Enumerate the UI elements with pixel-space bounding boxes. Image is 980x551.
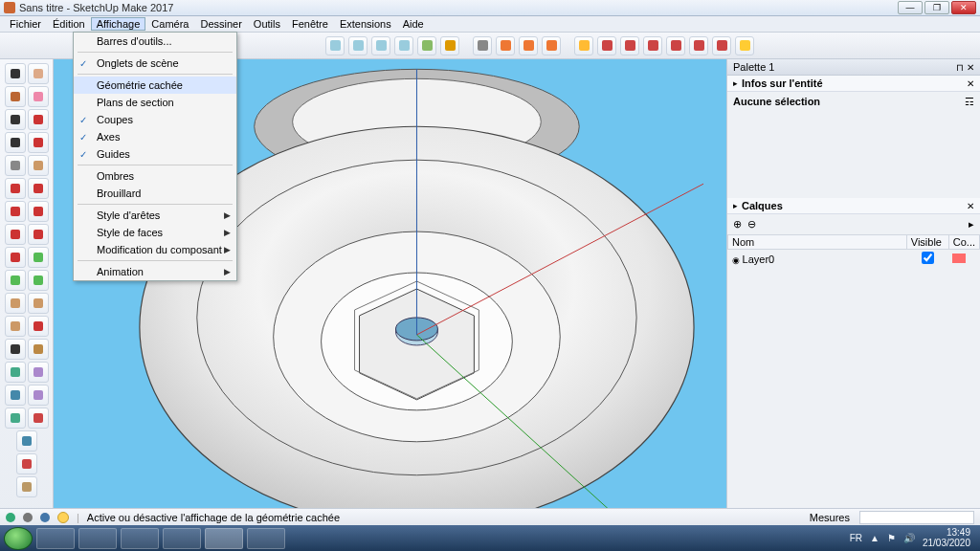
tool-14-1[interactable] xyxy=(28,385,49,406)
tool-17-0[interactable] xyxy=(16,453,37,474)
col-name[interactable]: Nom xyxy=(728,235,907,250)
task-firefox[interactable] xyxy=(163,528,201,549)
sun-button[interactable] xyxy=(712,36,731,55)
menu-item-style-de-faces[interactable]: Style de faces▶ xyxy=(74,224,236,241)
menu-item-style-d-ar-tes[interactable]: Style d'arêtes▶ xyxy=(74,207,236,224)
tool-0-1[interactable] xyxy=(28,63,49,84)
task-sketchup[interactable] xyxy=(205,528,243,549)
tool-9-1[interactable] xyxy=(28,270,49,291)
tool-15-0[interactable] xyxy=(5,408,26,429)
tool-16-0[interactable] xyxy=(16,430,37,452)
measures-input[interactable] xyxy=(859,511,974,524)
menu-item-ombres[interactable]: Ombres xyxy=(74,167,236,185)
tool-2-0[interactable] xyxy=(5,109,26,130)
tool-6-0[interactable] xyxy=(5,201,26,222)
tool-1-1[interactable] xyxy=(28,86,49,107)
warn-button[interactable] xyxy=(542,36,561,55)
layers-menu-button[interactable]: ▸ xyxy=(969,218,974,231)
menu-item-brouillard[interactable]: Brouillard xyxy=(74,185,236,202)
tool-9-0[interactable] xyxy=(5,270,26,291)
move-button[interactable] xyxy=(574,36,593,55)
gears-button[interactable] xyxy=(735,36,754,55)
start-button[interactable] xyxy=(4,527,33,550)
cube2-button[interactable] xyxy=(348,36,368,55)
brush-button[interactable] xyxy=(417,36,436,55)
tool-8-0[interactable] xyxy=(5,247,26,268)
tool-14-0[interactable] xyxy=(5,385,26,406)
palette-pin-icon[interactable]: ⊓ ✕ xyxy=(956,62,974,73)
menu-item-coupes[interactable]: ✓Coupes xyxy=(74,111,236,128)
add-layer-button[interactable]: ⊕ xyxy=(733,218,742,231)
layers-header[interactable]: ▸ Calques ✕ xyxy=(727,198,980,214)
minimize-button[interactable]: — xyxy=(898,1,923,14)
palette-button[interactable] xyxy=(440,36,459,55)
tool-18-0[interactable] xyxy=(16,476,37,497)
menu-item-animation[interactable]: Animation▶ xyxy=(74,263,236,280)
tool-4-1[interactable] xyxy=(28,155,49,176)
menu-outils[interactable]: Outils xyxy=(248,17,286,31)
menu-dessiner[interactable]: Dessiner xyxy=(194,17,247,31)
tool-15-1[interactable] xyxy=(28,408,49,429)
menu-item-plans-de-section[interactable]: Plans de section xyxy=(74,94,236,111)
scale-button[interactable] xyxy=(620,36,639,55)
tool-13-0[interactable] xyxy=(5,362,26,383)
tool-4-0[interactable] xyxy=(5,155,26,176)
tool-2-1[interactable] xyxy=(28,109,49,130)
tool-10-0[interactable] xyxy=(5,293,26,314)
menu-item-modification-du-composant[interactable]: Modification du composant▶ xyxy=(74,241,236,258)
tool-11-0[interactable] xyxy=(5,316,26,337)
tool-12-0[interactable] xyxy=(5,339,26,360)
maximize-button[interactable]: ❐ xyxy=(924,1,949,14)
menu-extensions[interactable]: Extensions xyxy=(334,17,397,31)
table-row[interactable]: ◉ Layer0 xyxy=(728,250,980,269)
tool-5-1[interactable] xyxy=(28,178,49,199)
layer-visible-checkbox[interactable] xyxy=(922,252,934,264)
tool-3-0[interactable] xyxy=(5,132,26,153)
tool-7-0[interactable] xyxy=(5,224,26,245)
menu-item-onglets-de-sc-ne[interactable]: ✓Onglets de scène xyxy=(74,55,236,72)
cube1-button[interactable] xyxy=(325,36,345,55)
cube4-button[interactable] xyxy=(394,36,413,55)
tool-7-1[interactable] xyxy=(28,224,49,245)
task-media[interactable] xyxy=(121,528,159,549)
rot-button[interactable] xyxy=(597,36,616,55)
menu-item-guides[interactable]: ✓Guides xyxy=(74,145,236,163)
task-ie[interactable] xyxy=(36,528,75,549)
menu-item-barres-d-outils-[interactable]: Barres d'outils... xyxy=(74,33,236,50)
entity-details-icon[interactable]: ☶ xyxy=(965,96,974,108)
tray-lang[interactable]: FR xyxy=(850,533,862,543)
menu-item-g-om-trie-cach-e[interactable]: Géométrie cachée xyxy=(74,77,236,94)
menu-fichier[interactable]: Fichier xyxy=(4,17,47,31)
follow-button[interactable] xyxy=(666,36,685,55)
layers-close-icon[interactable]: ✕ xyxy=(967,201,974,211)
palette-header[interactable]: Palette 1 ⊓ ✕ xyxy=(727,59,980,76)
system-tray[interactable]: FR ▲ ⚑ 🔊 13:49 21/03/2020 xyxy=(850,528,976,548)
tool-3-1[interactable] xyxy=(28,132,49,153)
entity-info-header[interactable]: ▸ Infos sur l'entité ✕ xyxy=(727,76,980,92)
tool-11-1[interactable] xyxy=(28,316,49,337)
tool-1-0[interactable] xyxy=(5,86,26,107)
tool-0-0[interactable] xyxy=(5,63,26,84)
menu-caméra[interactable]: Caméra xyxy=(145,17,194,31)
entity-close-icon[interactable]: ✕ xyxy=(967,78,974,89)
tool-10-1[interactable] xyxy=(28,293,49,314)
menu-aide[interactable]: Aide xyxy=(397,17,430,31)
menu-affichage[interactable]: Affichage xyxy=(91,17,146,31)
cube3-button[interactable] xyxy=(371,36,390,55)
menu-fenêtre[interactable]: Fenêtre xyxy=(286,17,334,31)
sel2-button[interactable] xyxy=(496,36,515,55)
tool-12-1[interactable] xyxy=(28,339,49,360)
menu-item-axes[interactable]: ✓Axes xyxy=(74,128,236,145)
push-button[interactable] xyxy=(643,36,662,55)
remove-layer-button[interactable]: ⊖ xyxy=(747,218,756,231)
tool-8-1[interactable] xyxy=(28,247,49,268)
tool-5-0[interactable] xyxy=(5,178,26,199)
tool-13-1[interactable] xyxy=(28,362,49,383)
menu-édition[interactable]: Édition xyxy=(47,17,91,31)
offset-button[interactable] xyxy=(689,36,708,55)
layer-color-swatch[interactable] xyxy=(952,253,966,263)
sel3-button[interactable] xyxy=(519,36,538,55)
sel1-button[interactable] xyxy=(473,36,492,55)
task-explorer[interactable] xyxy=(78,528,117,549)
close-button[interactable]: ✕ xyxy=(951,1,976,14)
